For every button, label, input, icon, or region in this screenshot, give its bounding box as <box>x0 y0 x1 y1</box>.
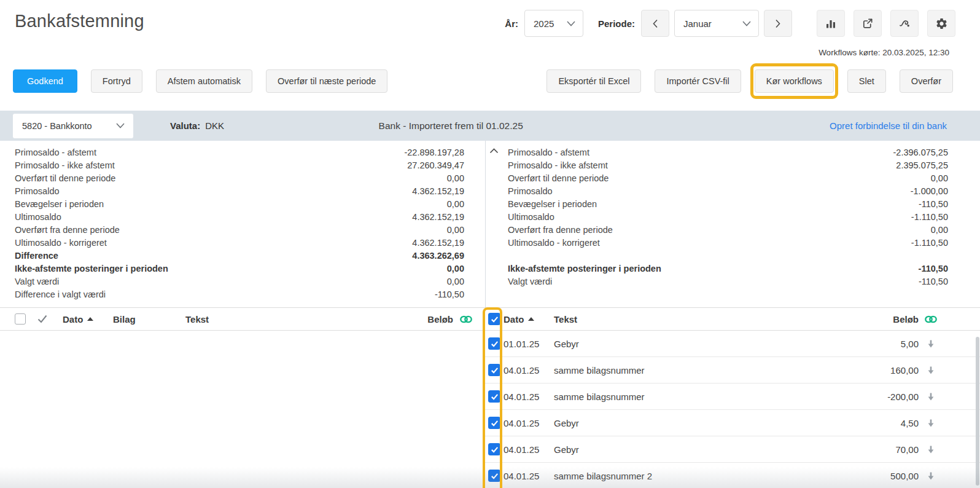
row-checkbox[interactable] <box>488 417 500 429</box>
move-down-icon[interactable] <box>919 445 943 454</box>
year-select[interactable]: 2025 <box>524 10 583 37</box>
row-amount: 500,00 <box>851 471 919 481</box>
summary-label: Ikke-afstemte posteringer i perioden <box>508 262 661 275</box>
period-select-value: Januar <box>683 18 712 29</box>
ledger-balance-column: Primosaldo - afstemt-22.898.197,28 Primo… <box>0 141 485 307</box>
bank-header-belob: Beløb <box>851 314 919 325</box>
row-text: Gebyr <box>554 339 851 349</box>
summary-label: Bevægelser i perioden <box>508 198 597 211</box>
export-excel-button[interactable]: Eksportér til Excel <box>546 69 641 93</box>
auto-reconcile-button[interactable]: Afstem automatisk <box>156 69 252 93</box>
transfer-next-period-button[interactable]: Overfør til næste periode <box>266 69 387 93</box>
summary-value: -1.110,50 <box>911 237 948 250</box>
summary-value: 0,00 <box>447 262 464 275</box>
run-workflows-button[interactable]: Kør workflows <box>755 69 834 93</box>
summary-label: Overført til denne periode <box>508 172 609 185</box>
account-select[interactable]: 5820 - Bankkonto <box>13 114 133 138</box>
summary-label: Primosaldo <box>508 185 553 198</box>
table-row[interactable]: 04.01.25 Gebyr 70,00 <box>485 436 980 463</box>
vertical-scrollbar[interactable] <box>976 337 979 486</box>
prev-period-button[interactable] <box>641 10 669 37</box>
summary-label: Ikke-afstemte posteringer i perioden <box>15 262 168 275</box>
summary-label: Ultimosaldo - korrigeret <box>15 237 107 250</box>
summary-label: Valgt værdi <box>508 275 552 288</box>
summary-value: -110,50 <box>919 198 948 211</box>
import-csv-button[interactable]: Importér CSV-fil <box>655 69 741 93</box>
summary-label: Primosaldo - afstemt <box>15 146 96 159</box>
table-row[interactable]: 04.01.25 Gebyr 4,50 <box>485 410 980 436</box>
ledger-header-belob: Beløb <box>394 314 453 325</box>
link-icon <box>453 315 479 324</box>
summary-label: Difference i valgt værdi <box>15 288 106 301</box>
row-checkbox[interactable] <box>488 364 500 376</box>
currency-field: Valuta:DKK <box>170 120 224 131</box>
next-period-button[interactable] <box>764 10 792 37</box>
summary-value: 4.362.152,19 <box>412 185 464 198</box>
delete-button[interactable]: Slet <box>847 69 886 93</box>
account-bar: 5820 - Bankkonto Valuta:DKK Bank - Impor… <box>0 111 980 141</box>
row-amount: 70,00 <box>851 444 919 455</box>
approve-button[interactable]: Godkend <box>13 69 77 93</box>
move-down-icon[interactable] <box>919 339 943 348</box>
row-date: 04.01.25 <box>504 444 554 455</box>
table-row[interactable]: 04.01.25 samme bilagsnummer 160,00 <box>485 357 980 384</box>
currency-value: DKK <box>205 120 224 131</box>
summary-value: 2.395.075,25 <box>896 159 948 172</box>
row-checkbox[interactable] <box>488 443 500 455</box>
action-toolbar-right: Eksportér til Excel Importér CSV-fil Kør… <box>546 69 953 93</box>
ledger-table-body-empty <box>0 331 485 488</box>
row-date: 04.01.25 <box>504 418 554 428</box>
summary-value: -110,50 <box>435 288 464 301</box>
summary-label: Overført fra denne periode <box>508 224 613 237</box>
select-all-checkbox-bank[interactable] <box>488 313 500 325</box>
row-checkbox[interactable] <box>488 337 500 350</box>
undo-button[interactable]: Fortryd <box>91 69 142 93</box>
open-external-button[interactable] <box>854 10 882 37</box>
row-checkbox[interactable] <box>488 470 500 482</box>
balance-summary: Primosaldo - afstemt-22.898.197,28 Primo… <box>0 141 980 307</box>
move-down-icon[interactable] <box>919 392 943 401</box>
table-row[interactable]: 04.01.25 samme bilagsnummer 2 500,00 <box>485 463 980 488</box>
summary-value: -1.110,50 <box>911 211 948 224</box>
action-toolbar-left: Godkend Fortryd Afstem automatisk Overfø… <box>13 69 387 93</box>
summary-label: Valgt værdi <box>15 275 59 288</box>
move-down-icon[interactable] <box>919 419 943 428</box>
summary-value: -1.000,00 <box>911 185 948 198</box>
period-select[interactable]: Januar <box>674 10 759 37</box>
ledger-table-header: Dato Bilag Tekst Beløb <box>0 308 485 330</box>
bar-chart-icon <box>825 17 837 30</box>
row-amount: 160,00 <box>851 365 919 376</box>
move-down-icon[interactable] <box>919 366 943 375</box>
row-date: 01.01.25 <box>504 339 554 349</box>
currency-label: Valuta: <box>170 120 200 131</box>
account-select-value: 5820 - Bankkonto <box>22 121 92 131</box>
header-icon-buttons <box>808 10 955 37</box>
workflow-button[interactable] <box>890 10 919 37</box>
select-all-checkbox-ledger[interactable] <box>15 313 26 325</box>
row-checkbox[interactable] <box>488 390 500 403</box>
action-toolbar: Godkend Fortryd Afstem automatisk Overfø… <box>0 69 980 93</box>
sort-asc-icon <box>528 317 534 321</box>
connect-bank-link[interactable]: Opret forbindelse til din bank <box>830 120 947 131</box>
collapse-summary-toggle[interactable] <box>489 148 499 154</box>
ledger-header-dato[interactable]: Dato <box>63 314 113 325</box>
settings-button[interactable] <box>927 10 955 37</box>
summary-value: -2.396.075,25 <box>893 146 949 159</box>
bank-header-tekst: Tekst <box>554 314 851 325</box>
chart-button[interactable] <box>817 10 845 37</box>
bank-table-header: Dato Tekst Beløb <box>485 308 980 330</box>
move-down-icon[interactable] <box>919 471 943 481</box>
transfer-button[interactable]: Overfør <box>900 69 953 93</box>
summary-label: Primosaldo - ikke afstemt <box>508 159 608 172</box>
table-row[interactable]: 04.01.25 samme bilagsnummer -200,00 <box>485 384 980 410</box>
summary-value: 4.362.152,19 <box>412 211 464 224</box>
bank-header-dato[interactable]: Dato <box>504 314 554 325</box>
bank-import-status: Bank - Importeret frem til 01.02.25 <box>379 120 523 132</box>
chevron-down-icon <box>742 21 751 26</box>
table-row[interactable]: 01.01.25 Gebyr 5,00 <box>485 331 980 357</box>
row-amount: 5,00 <box>851 339 919 349</box>
summary-label: Overført fra denne periode <box>15 224 120 237</box>
row-date: 04.01.25 <box>504 365 554 376</box>
workflows-last-run: Workflows kørte: 20.03.2025, 12:30 <box>0 48 980 59</box>
row-text: Gebyr <box>554 418 851 428</box>
